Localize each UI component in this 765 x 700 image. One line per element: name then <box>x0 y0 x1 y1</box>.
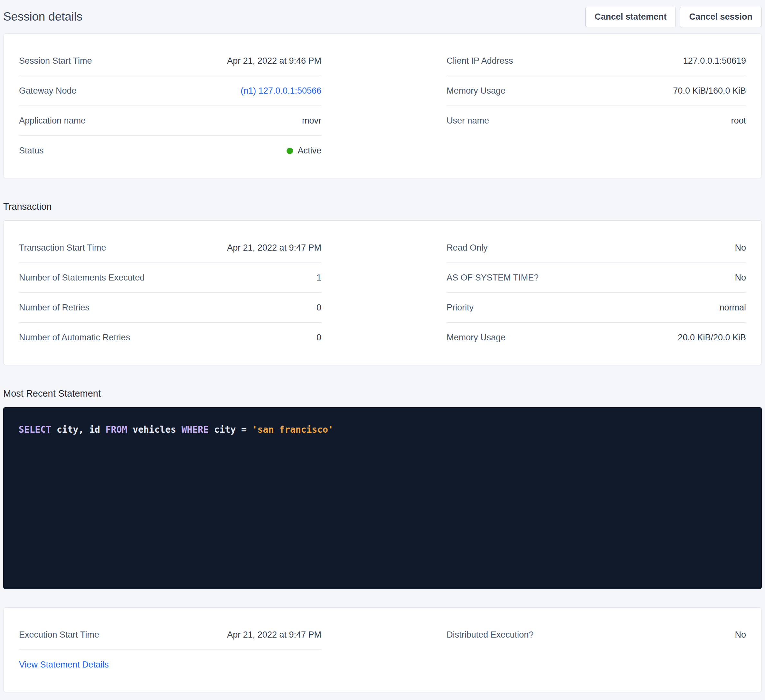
session-start-time-row: Session Start Time Apr 21, 2022 at 9:46 … <box>19 46 321 76</box>
read-only-label: Read Only <box>447 243 488 253</box>
priority-label: Priority <box>447 303 474 313</box>
session-details-page: Session details Cancel statement Cancel … <box>0 0 765 700</box>
statements-executed-label: Number of Statements Executed <box>19 273 145 283</box>
session-start-time-value: Apr 21, 2022 at 9:46 PM <box>227 56 321 66</box>
most-recent-statement-heading: Most Recent Statement <box>3 388 762 399</box>
view-statement-details-link[interactable]: View Statement Details <box>19 660 109 670</box>
retries-label: Number of Retries <box>19 303 90 313</box>
sql-table: vehicles <box>127 424 182 435</box>
client-ip-row: Client IP Address 127.0.0.1:50619 <box>447 46 746 76</box>
status-badge: Active <box>298 146 321 156</box>
distributed-execution-label: Distributed Execution? <box>447 630 534 640</box>
transaction-memory-usage-row: Memory Usage 20.0 KiB/20.0 KiB <box>447 323 746 353</box>
automatic-retries-row: Number of Automatic Retries 0 <box>19 323 321 353</box>
transaction-memory-usage-label: Memory Usage <box>447 333 505 342</box>
status-value: Active <box>286 146 321 156</box>
execution-card-left-column: Execution Start Time Apr 21, 2022 at 9:4… <box>19 620 321 680</box>
statements-executed-row: Number of Statements Executed 1 <box>19 263 321 293</box>
read-only-value: No <box>735 243 746 253</box>
gateway-node-link[interactable]: (n1) 127.0.0.1:50566 <box>241 86 321 96</box>
cancel-statement-button[interactable]: Cancel statement <box>586 7 676 27</box>
cancel-session-button[interactable]: Cancel session <box>680 7 762 27</box>
as-of-system-time-value: No <box>735 273 746 283</box>
execution-card-right-column: Distributed Execution? No <box>447 620 746 650</box>
header-actions: Cancel statement Cancel session <box>586 7 762 27</box>
distributed-execution-value: No <box>735 630 746 640</box>
application-name-value: movr <box>302 116 321 126</box>
priority-value: normal <box>719 303 746 313</box>
statements-executed-value: 1 <box>316 273 321 283</box>
user-name-label: User name <box>447 116 489 126</box>
sql-keyword-from: FROM <box>105 424 127 435</box>
distributed-execution-row: Distributed Execution? No <box>447 620 746 650</box>
sql-string-literal: 'san francisco' <box>252 424 334 435</box>
transaction-card-right-column: Read Only No AS OF SYSTEM TIME? No Prior… <box>447 233 746 353</box>
execution-start-time-label: Execution Start Time <box>19 630 99 640</box>
gateway-node-row: Gateway Node (n1) 127.0.0.1:50566 <box>19 76 321 106</box>
execution-start-time-row: Execution Start Time Apr 21, 2022 at 9:4… <box>19 620 321 650</box>
client-ip-value: 127.0.0.1:50619 <box>683 56 746 66</box>
transaction-section-heading: Transaction <box>3 201 762 212</box>
page-header: Session details Cancel statement Cancel … <box>3 0 762 33</box>
sql-condition: city = <box>209 424 252 435</box>
transaction-start-time-row: Transaction Start Time Apr 21, 2022 at 9… <box>19 233 321 263</box>
sql-keyword-select: SELECT <box>19 424 51 435</box>
as-of-system-time-label: AS OF SYSTEM TIME? <box>447 273 539 283</box>
transaction-start-time-label: Transaction Start Time <box>19 243 106 253</box>
sql-statement-block: SELECT city, id FROM vehicles WHERE city… <box>3 407 762 589</box>
read-only-row: Read Only No <box>447 233 746 263</box>
transaction-card: Transaction Start Time Apr 21, 2022 at 9… <box>3 220 762 365</box>
session-memory-usage-label: Memory Usage <box>447 86 505 96</box>
gateway-node-label: Gateway Node <box>19 86 77 96</box>
session-card-right-column: Client IP Address 127.0.0.1:50619 Memory… <box>447 46 746 136</box>
client-ip-label: Client IP Address <box>447 56 513 66</box>
status-active-dot-icon <box>286 148 293 154</box>
session-summary-card: Session Start Time Apr 21, 2022 at 9:46 … <box>3 33 762 178</box>
retries-row: Number of Retries 0 <box>19 293 321 323</box>
automatic-retries-label: Number of Automatic Retries <box>19 333 130 342</box>
user-name-value: root <box>731 116 746 126</box>
status-label: Status <box>19 146 44 156</box>
sql-columns: city, id <box>51 424 105 435</box>
status-row: Status Active <box>19 136 321 166</box>
as-of-system-time-row: AS OF SYSTEM TIME? No <box>447 263 746 293</box>
retries-value: 0 <box>316 303 321 313</box>
session-card-left-column: Session Start Time Apr 21, 2022 at 9:46 … <box>19 46 321 166</box>
session-start-time-label: Session Start Time <box>19 56 92 66</box>
transaction-card-left-column: Transaction Start Time Apr 21, 2022 at 9… <box>19 233 321 353</box>
session-memory-usage-row: Memory Usage 70.0 KiB/160.0 KiB <box>447 76 746 106</box>
execution-card: Execution Start Time Apr 21, 2022 at 9:4… <box>3 607 762 692</box>
sql-keyword-where: WHERE <box>182 424 209 435</box>
page-title: Session details <box>3 10 82 24</box>
transaction-memory-usage-value: 20.0 KiB/20.0 KiB <box>678 333 746 342</box>
application-name-label: Application name <box>19 116 86 126</box>
application-name-row: Application name movr <box>19 106 321 136</box>
automatic-retries-value: 0 <box>316 333 321 342</box>
transaction-start-time-value: Apr 21, 2022 at 9:47 PM <box>227 243 321 253</box>
view-statement-details-row: View Statement Details <box>19 650 321 680</box>
session-memory-usage-value: 70.0 KiB/160.0 KiB <box>673 86 746 96</box>
priority-row: Priority normal <box>447 293 746 323</box>
user-name-row: User name root <box>447 106 746 136</box>
execution-start-time-value: Apr 21, 2022 at 9:47 PM <box>227 630 321 640</box>
